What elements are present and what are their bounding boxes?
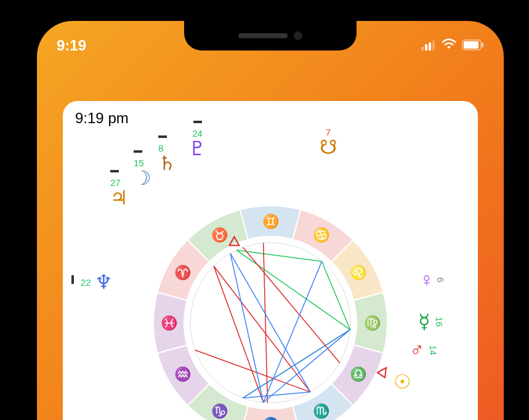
venus-icon: ♀: [419, 270, 434, 289]
mars-degree: 14: [428, 345, 438, 355]
device-notch: [184, 21, 357, 50]
svg-rect-2: [429, 42, 431, 50]
venus-label: ♀ 6: [419, 270, 443, 289]
svg-text:♉: ♉: [211, 227, 228, 243]
svg-text:♍: ♍: [364, 315, 381, 331]
neptune-label: 22 ♆: [68, 272, 113, 292]
svg-rect-5: [464, 41, 479, 49]
svg-text:♏: ♏: [313, 403, 330, 419]
astro-card[interactable]: 9:19 pm ♈♉♊♋♌♍♎♏♐♑♒♓ 7 ☋ 24 ♇ 8 ♄: [63, 101, 478, 420]
front-camera: [294, 31, 302, 40]
svg-rect-3: [432, 41, 435, 50]
wifi-icon: [441, 37, 457, 54]
chart-time-label: 9:19 pm: [75, 110, 129, 127]
mercury-degree: 16: [434, 317, 445, 327]
svg-text:♑: ♑: [211, 403, 228, 419]
svg-text:♊: ♊: [262, 213, 280, 230]
svg-text:♌: ♌: [350, 264, 367, 281]
mercury-icon: ☿: [418, 312, 430, 331]
mars-icon: ♂: [410, 340, 424, 360]
status-time: 9:19: [57, 37, 86, 54]
south-node-icon: ☋: [320, 137, 337, 157]
saturn-label: 8 ♄: [158, 135, 176, 173]
neptune-icon: ♆: [95, 272, 113, 292]
svg-rect-6: [482, 42, 483, 47]
jupiter-icon: ♃: [110, 188, 128, 208]
south-node-label: 7 ☋: [320, 127, 337, 157]
svg-rect-1: [425, 44, 427, 50]
svg-rect-0: [421, 47, 424, 50]
moon-icon: ☽: [134, 168, 151, 188]
svg-text:♓: ♓: [161, 315, 178, 331]
mercury-label: ☿ 16: [418, 312, 445, 331]
svg-text:♈: ♈: [174, 264, 192, 281]
svg-text:♋: ♋: [313, 227, 330, 243]
pluto-label: 24 ♇: [188, 121, 206, 158]
sun-icon: ☉: [394, 371, 411, 393]
saturn-icon: ♄: [158, 153, 176, 173]
sun-label: ☉: [394, 372, 411, 392]
mars-label: ♂ 14: [410, 340, 438, 360]
pluto-icon: ♇: [188, 139, 206, 158]
jupiter-label: 27 ♃: [110, 170, 128, 208]
neptune-degree: 22: [81, 277, 91, 288]
natal-chart[interactable]: ♈♉♊♋♌♍♎♏♐♑♒♓ 7 ☋ 24 ♇ 8 ♄ 15 ☽: [86, 138, 455, 420]
moon-label: 15 ☽: [134, 150, 151, 188]
signal-icon: [421, 37, 436, 54]
speaker: [238, 33, 288, 38]
venus-degree: 6: [435, 277, 446, 282]
svg-text:♒: ♒: [174, 366, 192, 382]
svg-text:♎: ♎: [350, 366, 367, 382]
svg-text:♐: ♐: [262, 416, 280, 420]
battery-icon: [462, 37, 484, 54]
phone-frame: 9:19 9:19 pm ♈♉♊♋♌♍♎♏♐♑♒♓ 7 ☋: [37, 21, 504, 420]
